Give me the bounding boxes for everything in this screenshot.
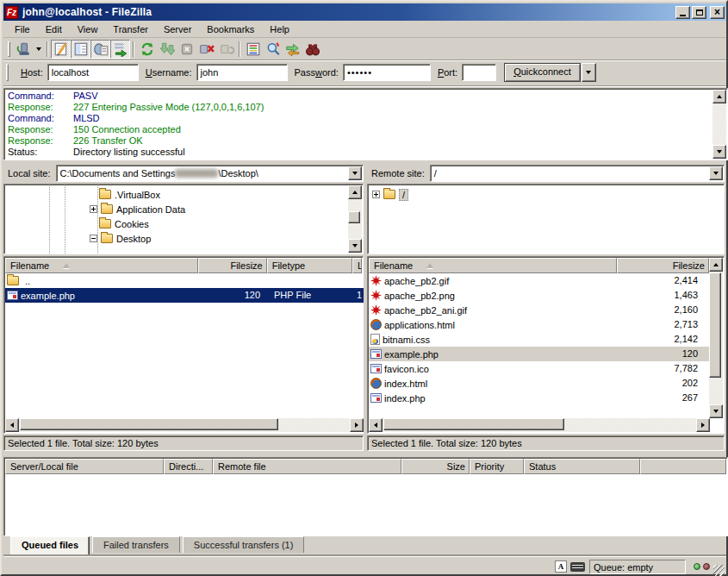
remote-list-hscrollbar[interactable] [369, 418, 710, 432]
column-header-filesize[interactable]: Filesize [198, 258, 266, 273]
tree-item-root[interactable]: / [372, 187, 408, 202]
file-row[interactable]: applications.html2,713 [369, 317, 710, 332]
remote-site-combobox[interactable]: / [430, 165, 725, 182]
remote-list-header: Filename Filesize [369, 258, 709, 273]
tree-item-application-data[interactable]: Application Data [90, 202, 185, 216]
column-header-filename[interactable]: Filename [5, 258, 198, 273]
ico-file-icon [370, 364, 382, 373]
menu-help[interactable]: Help [262, 22, 297, 36]
column-header-status[interactable]: Status [524, 459, 640, 474]
file-row[interactable]: apache_pb2_ani.gif2,160 [369, 303, 710, 317]
minimize-button[interactable] [675, 6, 690, 19]
scroll-thumb[interactable] [348, 211, 360, 223]
column-header-filesize[interactable]: Filesize [617, 258, 709, 273]
local-site-dropdown-button[interactable] [348, 166, 362, 180]
scroll-up-button[interactable] [348, 185, 362, 199]
tab-successful-transfers[interactable]: Successful transfers (1) [183, 536, 305, 553]
expand-plus-icon[interactable] [90, 205, 97, 213]
remote-list-vscrollbar[interactable] [709, 258, 723, 418]
username-input[interactable]: john [196, 64, 288, 81]
cancel-operation-button[interactable] [177, 40, 196, 59]
toggle-remote-tree-button[interactable] [90, 40, 110, 59]
maximize-button[interactable] [692, 6, 706, 19]
column-header-direction[interactable]: Directi... [164, 459, 213, 474]
tree-item-virtualbox[interactable]: .VirtualBox [99, 187, 160, 202]
toggle-transfer-queue-button[interactable] [110, 40, 130, 59]
scroll-left-button[interactable] [369, 418, 383, 432]
quickconnect-grip[interactable] [6, 64, 9, 81]
file-row[interactable]: favicon.ico7,782 [369, 361, 710, 376]
menu-bookmarks[interactable]: Bookmarks [199, 22, 262, 36]
quickconnect-button[interactable]: Quickconnect [504, 63, 581, 82]
scroll-thumb[interactable] [20, 418, 278, 430]
column-header-filetype[interactable]: Filetype [267, 258, 352, 273]
scroll-thumb[interactable] [383, 418, 564, 430]
maximize-icon [696, 9, 703, 16]
scroll-up-button[interactable] [712, 90, 726, 103]
site-manager-dropdown[interactable] [33, 40, 44, 59]
log-scrollbar[interactable] [712, 90, 726, 159]
directory-listing-filters-button[interactable] [243, 40, 263, 59]
menu-transfer[interactable]: Transfer [105, 22, 156, 36]
reconnect-button[interactable] [216, 40, 236, 59]
site-manager-button[interactable] [13, 40, 33, 59]
collapse-minus-icon[interactable] [90, 235, 97, 242]
local-tree-scrollbar[interactable] [348, 185, 362, 253]
column-header-filename[interactable]: Filename [369, 258, 617, 273]
column-header-size[interactable]: Size [401, 459, 470, 474]
menu-edit[interactable]: Edit [38, 22, 70, 36]
quickconnect-dropdown[interactable] [582, 63, 596, 82]
scroll-down-button[interactable] [348, 239, 362, 253]
scroll-left-button[interactable] [5, 418, 19, 432]
remote-site-dropdown-button[interactable] [709, 166, 723, 180]
scroll-up-button[interactable] [709, 258, 723, 272]
scroll-right-button[interactable] [350, 418, 364, 432]
disconnect-button[interactable] [196, 40, 216, 59]
process-queue-button[interactable] [157, 40, 177, 59]
host-input[interactable]: localhost [47, 64, 139, 81]
tree-item-desktop[interactable]: Desktop [90, 231, 151, 246]
remote-site-label: Remote site: [367, 168, 430, 178]
file-row[interactable]: apache_pb2.gif2,414 [369, 273, 710, 288]
menu-view[interactable]: View [70, 22, 106, 36]
file-row-example-php[interactable]: example.php 120 PHP File 1 [5, 288, 364, 303]
column-header-lastmodified[interactable]: L [352, 258, 362, 273]
scroll-down-button[interactable] [712, 145, 726, 159]
separator [3, 85, 726, 87]
column-header-remote-file[interactable]: Remote file [213, 459, 401, 474]
password-input[interactable]: •••••• [343, 64, 431, 81]
file-row-example-php[interactable]: example.php120 [369, 347, 710, 361]
directory-comparison-button[interactable] [263, 40, 283, 59]
sort-ascending-icon [426, 263, 433, 268]
synchronized-browsing-button[interactable] [283, 40, 302, 59]
column-header-priority[interactable]: Priority [470, 459, 524, 474]
cancel-icon [179, 41, 195, 57]
scroll-down-button[interactable] [709, 404, 723, 418]
local-list-hscrollbar[interactable] [5, 418, 364, 432]
close-button[interactable]: × [710, 6, 725, 19]
toggle-message-log-button[interactable] [51, 40, 71, 59]
scroll-thumb[interactable] [709, 272, 721, 378]
find-files-button[interactable] [302, 40, 322, 59]
resize-grip[interactable] [713, 565, 725, 576]
parent-directory-row[interactable]: .. [5, 273, 364, 288]
tab-queued-files[interactable]: Queued files [10, 536, 90, 554]
toolbar-grip[interactable] [8, 41, 10, 57]
sort-ascending-icon [63, 263, 70, 268]
file-row[interactable]: apache_pb2.png1,463 [369, 288, 710, 303]
tab-failed-transfers[interactable]: Failed transfers [92, 536, 180, 553]
port-input[interactable] [462, 64, 496, 81]
file-row[interactable]: bitnami.css2,142 [369, 332, 710, 347]
scroll-right-button[interactable] [696, 418, 710, 432]
file-row[interactable]: index.php267 [369, 391, 710, 405]
menu-server[interactable]: Server [156, 22, 199, 36]
expand-plus-icon[interactable] [372, 191, 380, 198]
refresh-button[interactable] [137, 40, 157, 59]
toggle-local-tree-button[interactable] [71, 40, 90, 59]
tree-item-cookies[interactable]: Cookies [99, 216, 149, 231]
menu-file[interactable]: File [7, 22, 38, 36]
column-header-empty[interactable] [640, 459, 726, 474]
local-site-combobox[interactable]: C:\Documents and Settings\Desktop\ [56, 165, 364, 182]
file-row[interactable]: index.html202 [369, 376, 710, 391]
column-header-server-local-file[interactable]: Server/Local file [5, 459, 164, 474]
